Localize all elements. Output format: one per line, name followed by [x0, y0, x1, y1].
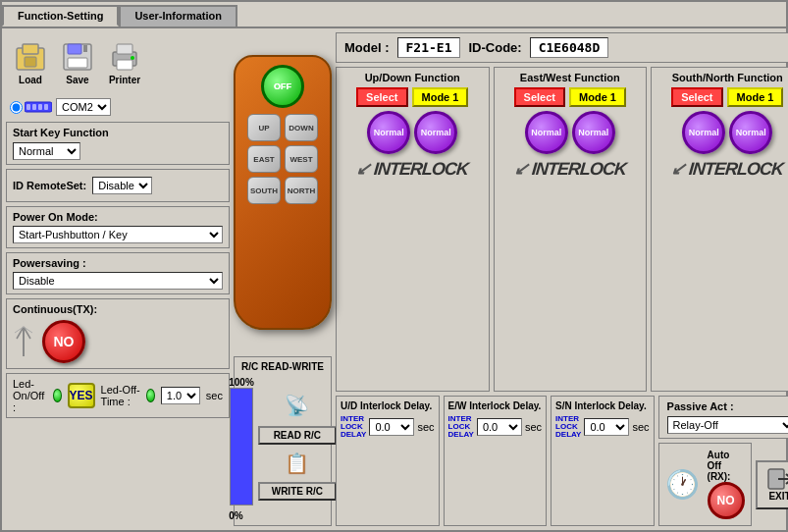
eastwest-normal2-button[interactable]: Normal	[572, 111, 615, 154]
svg-rect-8	[117, 44, 132, 54]
power-mode-select[interactable]: Start-Pushbutton / Key Power On	[13, 226, 223, 243]
ew-delay-select[interactable]: 0.0 0.5 1.0	[477, 418, 522, 436]
tab-function-setting[interactable]: Function-Setting	[2, 5, 119, 27]
led-row: Led-On/Off : YES Led-Off-Time : 1.0 2.0 …	[6, 373, 230, 418]
ud-delay-select[interactable]: 0.0 0.5 1.0	[369, 418, 414, 436]
led-yes-button[interactable]: YES	[68, 383, 95, 408]
eastwest-normal-pair: Normal Normal	[525, 111, 615, 154]
updown-title: Up/Down Function	[365, 72, 460, 83]
remote-buttons-grid: UP DOWN EAST WEST SOUTH NORTH	[247, 114, 318, 204]
function-panels: Up/Down Function Select Mode 1 Normal No…	[336, 67, 788, 392]
svg-rect-12	[26, 104, 30, 110]
updown-interlock: ↙ INTERLOCK	[355, 158, 469, 180]
rc-zero-label: 0%	[229, 510, 242, 521]
remote-north-button[interactable]: NORTH	[285, 177, 318, 204]
eastwest-select-button[interactable]: Select	[514, 87, 565, 107]
right-bottom-panel: Passive Act : Relay-Off Relay-On 🕐 Auto …	[658, 396, 788, 526]
updown-btn-row: Select Mode 1	[356, 87, 468, 107]
read-rc-button[interactable]: READ R/C	[258, 426, 337, 445]
svg-point-10	[131, 56, 134, 60]
tab-user-information[interactable]: User-Information	[119, 5, 237, 27]
updown-mode1-button[interactable]: Mode 1	[412, 87, 469, 107]
svg-rect-1	[23, 44, 38, 54]
southnorth-select-button[interactable]: Select	[671, 87, 722, 107]
southnorth-normal2-button[interactable]: Normal	[729, 111, 772, 154]
power-mode-section: Power On Mode: Start-Pushbutton / Key Po…	[6, 206, 230, 248]
save-button[interactable]: Save	[57, 36, 98, 88]
updown-normal-pair: Normal Normal	[367, 111, 457, 154]
ew-delay-inner: INTERLOCKDELAY 0.0 0.5 1.0 sec	[448, 415, 543, 439]
remote-east-button[interactable]: EAST	[247, 145, 281, 173]
passive-act-title: Passive Act :	[667, 400, 788, 412]
continuous-tx-no-button[interactable]: NO	[42, 320, 85, 363]
led-green-indicator	[53, 389, 62, 402]
rc-panel: R/C READ-WRITE 100% 0% 📡 READ R/C 📋 WRIT…	[234, 356, 332, 526]
load-button[interactable]: Load	[10, 36, 51, 88]
id-remote-select[interactable]: Disable Enable	[92, 177, 152, 194]
eastwest-mode1-button[interactable]: Mode 1	[569, 87, 626, 107]
auto-off-label: Auto Off (RX):	[708, 450, 745, 482]
updown-panel: Up/Down Function Select Mode 1 Normal No…	[336, 67, 490, 392]
southnorth-mode1-button[interactable]: Mode 1	[727, 87, 784, 107]
load-label: Load	[19, 75, 42, 85]
printer-icon	[107, 39, 142, 75]
powersaving-label: Powersaving :	[13, 257, 223, 269]
remote-south-button[interactable]: SOUTH	[247, 177, 281, 204]
right-panel: Model : F21-E1 ID-Code: C1E6048D Up/Down…	[336, 32, 788, 526]
updown-select-button[interactable]: Select	[356, 87, 407, 107]
rc-percent-label: 100%	[229, 377, 254, 388]
ew-delay-logo: INTERLOCKDELAY	[448, 415, 474, 439]
auto-off-no-button[interactable]: NO	[708, 482, 745, 519]
continuous-tx-inner: NO	[13, 319, 223, 364]
ew-delay-sec: sec	[525, 421, 542, 433]
powersaving-section: Powersaving : Disable Enable	[6, 252, 230, 294]
com-radio-1[interactable]	[10, 101, 23, 114]
autooff-exit-row: 🕐 Auto Off (RX): NO	[658, 443, 788, 526]
com-port-select[interactable]: COM2	[56, 98, 111, 116]
southnorth-normal1-button[interactable]: Normal	[682, 111, 725, 154]
radio-group	[10, 100, 52, 114]
printer-button[interactable]: Printer	[104, 36, 145, 88]
remote-west-button[interactable]: WEST	[285, 145, 318, 173]
eastwest-title: East/West Function	[520, 72, 620, 83]
southnorth-panel: South/North Function Select Mode 1 Norma…	[651, 67, 788, 392]
eastwest-arrow-icon: ↙	[513, 158, 529, 180]
sn-delay-sec: sec	[632, 421, 649, 433]
southnorth-arrow-icon: ↙	[670, 158, 686, 180]
powersaving-select[interactable]: Disable Enable	[13, 272, 223, 290]
middle-panel: OFF UP DOWN EAST WEST SOUTH NORTH R/C RE…	[234, 32, 332, 526]
left-panel: Load Save	[6, 32, 230, 526]
southnorth-title: South/North Function	[672, 72, 783, 83]
continuous-tx-box: Continuous(TX): NO	[6, 298, 230, 369]
exit-icon	[766, 467, 788, 491]
eastwest-panel: East/West Function Select Mode 1 Normal …	[494, 67, 648, 392]
ud-delay-title: U/D Interlock Delay.	[341, 400, 435, 411]
id-remote-row: ID RemoteSet: Disable Enable	[13, 177, 223, 194]
passive-act-select[interactable]: Relay-Off Relay-On	[667, 416, 788, 434]
led-off-time-label: Led-Off-Time :	[101, 384, 140, 407]
updown-arrow-icon: ↙	[355, 158, 371, 180]
eastwest-normal1-button[interactable]: Normal	[525, 111, 568, 154]
remote-down-button[interactable]: DOWN	[285, 114, 318, 141]
svg-rect-5	[68, 58, 87, 68]
passive-act-panel: Passive Act : Relay-Off Relay-On	[658, 396, 788, 439]
exit-button[interactable]: EXIT	[756, 460, 788, 509]
id-remote-section: ID RemoteSet: Disable Enable	[6, 169, 230, 202]
main-window: Function-Setting User-Information Load	[0, 0, 788, 532]
led-sec-label: sec	[206, 390, 223, 401]
eastwest-interlock: ↙ INTERLOCK	[513, 158, 627, 180]
clock-icon: 🕐	[665, 468, 700, 501]
remote-container: OFF UP DOWN EAST WEST SOUTH NORTH	[234, 32, 332, 352]
remote-up-button[interactable]: UP	[247, 114, 281, 141]
southnorth-btn-row: Select Mode 1	[671, 87, 783, 107]
start-key-select[interactable]: Normal Toggle Alternate	[13, 142, 80, 160]
updown-normal1-button[interactable]: Normal	[367, 111, 410, 154]
sn-delay-select[interactable]: 0.0 0.5 1.0	[584, 418, 629, 436]
led-off-indicator	[146, 389, 155, 402]
read-icon: 📡	[285, 394, 309, 417]
write-rc-button[interactable]: WRITE R/C	[258, 482, 337, 501]
remote-off-button[interactable]: OFF	[261, 65, 304, 108]
updown-normal2-button[interactable]: Normal	[414, 111, 457, 154]
led-time-select[interactable]: 1.0 2.0	[161, 387, 200, 404]
tab-bar: Function-Setting User-Information	[2, 2, 786, 28]
